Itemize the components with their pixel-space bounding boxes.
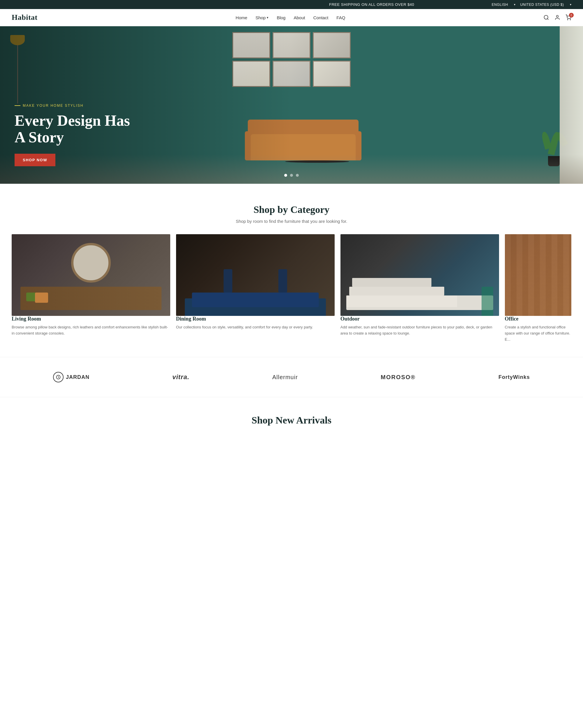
language-chevron: ▾	[514, 3, 516, 6]
brand-moroso[interactable]: MOROSO®	[381, 374, 416, 381]
shipping-text: FREE SHIPPING ON ALL ORDERS OVER $40	[329, 2, 414, 7]
category-card-living[interactable]: Living Room Browse among pillow back des…	[12, 234, 170, 342]
region-chevron: ▾	[570, 3, 572, 6]
hero-dot-1[interactable]	[284, 174, 287, 177]
category-name-dining: Dining Room	[176, 316, 335, 322]
jardan-svg-icon	[55, 374, 61, 380]
hero-dots	[284, 174, 299, 177]
region-selector[interactable]: UNITED STATES (USD $)	[520, 3, 564, 7]
svg-point-3	[567, 20, 568, 20]
category-name-office: Office	[505, 316, 571, 322]
brand-fortywinks[interactable]: FortyWinks	[498, 374, 530, 380]
account-button[interactable]	[554, 15, 560, 20]
shop-now-button[interactable]: SHOP NOW	[15, 154, 55, 166]
brand-allermuir[interactable]: Allermuir	[272, 374, 298, 381]
new-arrivals-section: Shop New Arrivals	[0, 397, 583, 438]
cart-button[interactable]: 0	[565, 15, 571, 20]
svg-point-2	[556, 16, 558, 18]
frame-6	[313, 61, 351, 87]
top-banner: FREE SHIPPING ON ALL ORDERS OVER $40 ENG…	[0, 0, 583, 9]
category-section-title: Shop by Category	[12, 204, 571, 215]
region-selectors[interactable]: ENGLISH▾ UNITED STATES (USD $)▾	[492, 3, 571, 7]
nav-contact[interactable]: Contact	[313, 15, 329, 20]
brand-moroso-label: MOROSO®	[381, 374, 416, 381]
category-grid: Living Room Browse among pillow back des…	[12, 234, 571, 342]
new-arrivals-title: Shop New Arrivals	[12, 415, 571, 426]
search-icon	[543, 15, 549, 20]
category-desc-outdoor: Add weather, sun and fade-resistant outd…	[340, 324, 499, 337]
nav-shop[interactable]: Shop ▾	[255, 15, 269, 20]
shop-chevron-icon: ▾	[267, 16, 269, 20]
svg-line-1	[548, 19, 549, 20]
svg-point-4	[570, 20, 571, 20]
brand-jardan[interactable]: JARDAN	[53, 372, 89, 382]
hero-dot-2[interactable]	[290, 174, 293, 177]
category-card-office[interactable]: Office Create a stylish and functional o…	[505, 234, 571, 342]
category-section-subtitle: Shop by room to find the furniture that …	[12, 219, 571, 224]
nav-home[interactable]: Home	[235, 15, 247, 20]
brand-fortywinks-label: FortyWinks	[498, 374, 530, 380]
category-name-living: Living Room	[12, 316, 170, 322]
nav-about[interactable]: About	[294, 15, 305, 20]
cart-count: 0	[569, 13, 574, 18]
category-card-outdoor[interactable]: Outdoor Add weather, sun and fade-resist…	[340, 234, 499, 342]
category-img-dining	[176, 234, 335, 316]
language-selector[interactable]: ENGLISH	[492, 3, 508, 7]
category-img-outdoor	[340, 234, 499, 316]
user-icon	[554, 15, 560, 20]
frame-3	[313, 32, 351, 58]
category-img-office	[505, 234, 571, 316]
category-desc-dining: Our collections focus on style, versatil…	[176, 324, 335, 331]
header: Habitat Home Shop ▾ Blog About Contact F…	[0, 9, 583, 26]
hero-section: MAKE YOUR HOME STYLISH Every Design Has …	[0, 26, 583, 184]
brand-allermuir-label: Allermuir	[272, 374, 298, 381]
category-desc-living: Browse among pillow back designs, rich l…	[12, 324, 170, 337]
brand-jardan-label: JARDAN	[66, 374, 89, 380]
nav-faq[interactable]: FAQ	[336, 15, 345, 20]
category-desc-office: Create a stylish and functional office s…	[505, 324, 571, 342]
category-img-living	[12, 234, 170, 316]
jardan-icon	[53, 372, 63, 382]
search-button[interactable]	[543, 15, 549, 20]
hero-tag: MAKE YOUR HOME STYLISH	[15, 104, 143, 108]
brands-section: JARDAN vitra. Allermuir MOROSO® FortyWin…	[0, 357, 583, 397]
header-icons: 0	[543, 15, 571, 20]
hero-content: MAKE YOUR HOME STYLISH Every Design Has …	[0, 104, 143, 184]
nav-blog[interactable]: Blog	[277, 15, 285, 20]
main-nav: Home Shop ▾ Blog About Contact FAQ	[235, 15, 345, 20]
logo[interactable]: Habitat	[12, 13, 37, 22]
category-card-dining[interactable]: Dining Room Our collections focus on sty…	[176, 234, 335, 342]
shipping-banner: FREE SHIPPING ON ALL ORDERS OVER $40	[252, 2, 492, 7]
hero-dot-3[interactable]	[296, 174, 299, 177]
category-name-outdoor: Outdoor	[340, 316, 499, 322]
hero-title: Every Design Has A Story	[15, 112, 143, 146]
brand-vitra-label: vitra.	[172, 373, 190, 381]
svg-point-0	[544, 16, 548, 19]
brand-vitra[interactable]: vitra.	[172, 373, 190, 381]
shop-by-category-section: Shop by Category Shop by room to find th…	[0, 184, 583, 357]
